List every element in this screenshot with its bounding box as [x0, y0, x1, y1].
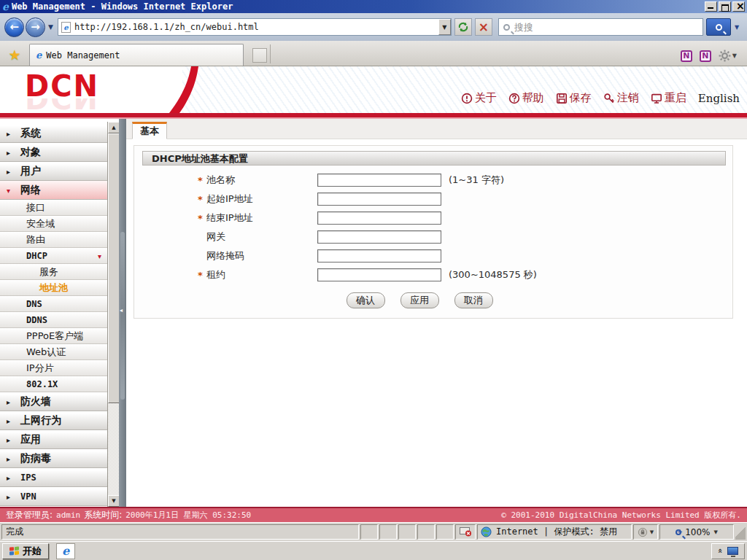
sidebar-item-pppoe[interactable]: PPPoE客户端 [0, 328, 107, 344]
chevron-right-icon: ▸ [7, 416, 10, 424]
protected-mode-pane[interactable]: ▼ [633, 524, 658, 540]
status-text-pane: 完成 [1, 524, 359, 540]
scroll-down-icon[interactable]: ▼ [108, 495, 120, 507]
stop-button[interactable]: × [475, 18, 492, 36]
resize-grip[interactable] [735, 524, 746, 540]
ie-tab-icon: e [36, 50, 42, 61]
header-link-label: English [698, 92, 740, 105]
gateway-input[interactable] [317, 230, 441, 244]
back-button[interactable]: ← [4, 18, 24, 37]
onenote-linked-icon[interactable]: N [700, 50, 711, 62]
sidebar-item-route[interactable]: 路由 [0, 232, 107, 248]
sidebar-item-service[interactable]: 服务 [0, 264, 107, 280]
lease-input[interactable] [317, 268, 441, 281]
onenote-send-icon[interactable]: N [681, 50, 692, 62]
sidebar-item-ipfrag[interactable]: IP分片 [0, 360, 107, 376]
sidebar-item-object[interactable]: ▸对象 [0, 143, 107, 162]
sidebar-item-dns[interactable]: DNS [0, 296, 107, 312]
header-link-label: 注销 [617, 91, 639, 105]
zoom-pane[interactable]: 100% ▼ [659, 524, 734, 540]
tray-expand-icon[interactable]: « [716, 548, 725, 553]
history-dropdown-icon[interactable]: ▼ [48, 23, 53, 31]
main-content: 基本 DHCP地址池基本配置 *池名称(1~31 字符)*起始IP地址*结束IP… [126, 119, 747, 507]
sidebar-item-label: 上网行为 [20, 414, 61, 427]
search-box[interactable] [498, 18, 703, 36]
form-row-start-ip: *起始IP地址 [142, 190, 726, 209]
search-options-dropdown-icon[interactable]: ▼ [731, 18, 743, 36]
search-go-button[interactable] [706, 18, 731, 36]
forward-button[interactable]: → [26, 18, 45, 37]
status-pane [436, 524, 454, 540]
header-link-logout[interactable]: 注销 [603, 91, 639, 105]
header-link-save[interactable]: 保存 [556, 91, 592, 105]
restore-button[interactable] [719, 1, 731, 12]
field-label: 起始IP地址 [206, 192, 317, 206]
field-label: 租约 [206, 268, 317, 281]
chevron-down-icon: ▼ [713, 529, 717, 535]
close-button[interactable] [732, 1, 745, 12]
url-dropdown-button[interactable]: ▼ [438, 19, 451, 35]
system-tray[interactable]: « [711, 543, 745, 559]
chevron-right-icon: ▸ [7, 473, 10, 481]
status-bar: 完成 Internet | 保护模式: 禁用 [0, 522, 747, 541]
sidebar-item-network[interactable]: ▾网络 [0, 181, 107, 200]
url-input[interactable] [74, 22, 438, 32]
required-asterisk: * [198, 213, 206, 224]
header-link-reboot[interactable]: 重启 [651, 91, 686, 105]
apply-button[interactable]: 应用 [400, 292, 439, 308]
minimize-button[interactable] [705, 1, 717, 12]
sidebar-item-app[interactable]: ▸应用 [0, 430, 107, 449]
tab-basic[interactable]: 基本 [132, 122, 167, 139]
start-button[interactable]: 开始 [2, 543, 49, 559]
browser-tab[interactable]: e Web Management [29, 44, 244, 66]
quick-tabs-button[interactable] [252, 48, 267, 63]
header-link-about[interactable]: 关于 [461, 91, 497, 105]
scroll-up-icon[interactable]: ▲ [108, 122, 120, 133]
form-row-end-ip: *结束IP地址 [142, 209, 726, 228]
header-link-help[interactable]: 帮助 [508, 91, 544, 105]
sidebar-item-dhcp[interactable]: DHCP▾ [0, 248, 107, 264]
sidebar-item-label: 802.1X [26, 379, 58, 389]
sidebar-item-user[interactable]: ▸用户 [0, 162, 107, 181]
login-label: 登录管理员: [6, 509, 53, 521]
chevron-right-icon: ▸ [7, 167, 10, 175]
end-ip-input[interactable] [317, 211, 441, 225]
start-ip-input[interactable] [317, 192, 441, 206]
key-icon [603, 93, 615, 104]
splitter-thumb[interactable] [120, 232, 125, 400]
sidebar-item-firewall[interactable]: ▸防火墙 [0, 392, 107, 411]
sidebar-item-zone[interactable]: 安全域 [0, 216, 107, 232]
cancel-button[interactable]: 取消 [454, 292, 493, 308]
sidebar-scrollbar[interactable]: ▲ ▼ [107, 122, 119, 507]
sidebar-item-label: 用户 [20, 165, 41, 178]
header-link-english[interactable]: English [698, 92, 740, 105]
sidebar-item-interface[interactable]: 接口 [0, 200, 107, 216]
netmask-input[interactable] [317, 249, 441, 262]
sidebar-item-dot1x[interactable]: 802.1X [0, 376, 107, 392]
favorites-star-icon[interactable]: ★ [0, 44, 29, 66]
pool-name-input[interactable] [317, 174, 441, 187]
sidebar-item-label: VPN [20, 491, 36, 502]
info-icon [461, 93, 473, 104]
sidebar-item-pool[interactable]: 地址池 [0, 280, 107, 296]
sidebar-item-webauth[interactable]: Web认证 [0, 344, 107, 360]
tools-gear-button[interactable]: ▼ [719, 50, 737, 62]
taskbar-ie-button[interactable]: e [56, 543, 75, 559]
sidebar-item-label: 系统 [20, 127, 41, 140]
sidebar-item-antivirus[interactable]: ▸防病毒 [0, 449, 107, 468]
confirm-button[interactable]: 确认 [347, 292, 385, 308]
sidebar-item-vpn[interactable]: ▸VPN [0, 487, 107, 506]
sidebar-item-ips[interactable]: ▸IPS [0, 468, 107, 487]
ie-logo-icon: e [2, 1, 9, 12]
sidebar-item-ddns[interactable]: DDNS [0, 312, 107, 328]
sidebar-item-behavior[interactable]: ▸上网行为 [0, 411, 107, 430]
url-field[interactable]: e ▼ [58, 18, 452, 36]
search-input[interactable] [514, 22, 703, 33]
sidebar-splitter[interactable]: ◂ [119, 119, 126, 507]
page-icon: e [61, 22, 71, 33]
field-label: 网关 [206, 230, 317, 244]
scrollbar-thumb[interactable] [108, 133, 120, 403]
window-titlebar: e Web Management - Windows Internet Expl… [0, 0, 747, 13]
sidebar-item-system[interactable]: ▸系统 [0, 124, 107, 143]
refresh-button[interactable] [454, 18, 472, 36]
